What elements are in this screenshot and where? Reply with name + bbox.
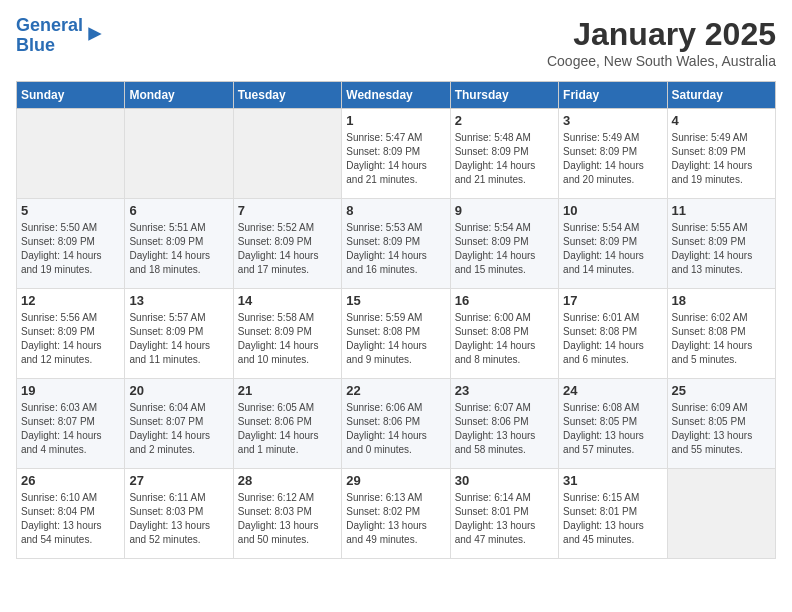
day-info: Sunrise: 6:08 AM Sunset: 8:05 PM Dayligh… [563, 401, 662, 457]
day-number: 19 [21, 383, 120, 398]
day-info: Sunrise: 6:09 AM Sunset: 8:05 PM Dayligh… [672, 401, 771, 457]
day-info: Sunrise: 5:52 AM Sunset: 8:09 PM Dayligh… [238, 221, 337, 277]
calendar-header: SundayMondayTuesdayWednesdayThursdayFrid… [17, 82, 776, 109]
day-info: Sunrise: 5:48 AM Sunset: 8:09 PM Dayligh… [455, 131, 554, 187]
day-number: 1 [346, 113, 445, 128]
day-info: Sunrise: 6:02 AM Sunset: 8:08 PM Dayligh… [672, 311, 771, 367]
day-info: Sunrise: 5:49 AM Sunset: 8:09 PM Dayligh… [672, 131, 771, 187]
day-info: Sunrise: 6:00 AM Sunset: 8:08 PM Dayligh… [455, 311, 554, 367]
calendar-week-2: 5Sunrise: 5:50 AM Sunset: 8:09 PM Daylig… [17, 199, 776, 289]
weekday-header-friday: Friday [559, 82, 667, 109]
calendar-cell: 1Sunrise: 5:47 AM Sunset: 8:09 PM Daylig… [342, 109, 450, 199]
day-number: 12 [21, 293, 120, 308]
calendar-cell [233, 109, 341, 199]
day-number: 17 [563, 293, 662, 308]
day-number: 4 [672, 113, 771, 128]
day-info: Sunrise: 5:57 AM Sunset: 8:09 PM Dayligh… [129, 311, 228, 367]
day-number: 23 [455, 383, 554, 398]
day-info: Sunrise: 6:05 AM Sunset: 8:06 PM Dayligh… [238, 401, 337, 457]
calendar-cell [17, 109, 125, 199]
calendar-cell: 24Sunrise: 6:08 AM Sunset: 8:05 PM Dayli… [559, 379, 667, 469]
day-info: Sunrise: 5:58 AM Sunset: 8:09 PM Dayligh… [238, 311, 337, 367]
logo-text: General Blue [16, 16, 83, 56]
calendar-cell: 20Sunrise: 6:04 AM Sunset: 8:07 PM Dayli… [125, 379, 233, 469]
day-info: Sunrise: 5:53 AM Sunset: 8:09 PM Dayligh… [346, 221, 445, 277]
day-info: Sunrise: 6:11 AM Sunset: 8:03 PM Dayligh… [129, 491, 228, 547]
day-info: Sunrise: 6:06 AM Sunset: 8:06 PM Dayligh… [346, 401, 445, 457]
day-number: 18 [672, 293, 771, 308]
calendar-cell: 4Sunrise: 5:49 AM Sunset: 8:09 PM Daylig… [667, 109, 775, 199]
calendar-cell: 16Sunrise: 6:00 AM Sunset: 8:08 PM Dayli… [450, 289, 558, 379]
calendar-cell: 29Sunrise: 6:13 AM Sunset: 8:02 PM Dayli… [342, 469, 450, 559]
weekday-header-thursday: Thursday [450, 82, 558, 109]
day-info: Sunrise: 5:55 AM Sunset: 8:09 PM Dayligh… [672, 221, 771, 277]
calendar-cell: 19Sunrise: 6:03 AM Sunset: 8:07 PM Dayli… [17, 379, 125, 469]
day-info: Sunrise: 6:10 AM Sunset: 8:04 PM Dayligh… [21, 491, 120, 547]
calendar-cell: 13Sunrise: 5:57 AM Sunset: 8:09 PM Dayli… [125, 289, 233, 379]
calendar-cell: 14Sunrise: 5:58 AM Sunset: 8:09 PM Dayli… [233, 289, 341, 379]
day-number: 15 [346, 293, 445, 308]
calendar-cell: 7Sunrise: 5:52 AM Sunset: 8:09 PM Daylig… [233, 199, 341, 289]
calendar-cell: 5Sunrise: 5:50 AM Sunset: 8:09 PM Daylig… [17, 199, 125, 289]
calendar-table: SundayMondayTuesdayWednesdayThursdayFrid… [16, 81, 776, 559]
calendar-cell: 18Sunrise: 6:02 AM Sunset: 8:08 PM Dayli… [667, 289, 775, 379]
day-number: 31 [563, 473, 662, 488]
weekday-header-saturday: Saturday [667, 82, 775, 109]
calendar-week-1: 1Sunrise: 5:47 AM Sunset: 8:09 PM Daylig… [17, 109, 776, 199]
day-number: 11 [672, 203, 771, 218]
calendar-week-3: 12Sunrise: 5:56 AM Sunset: 8:09 PM Dayli… [17, 289, 776, 379]
day-number: 25 [672, 383, 771, 398]
weekday-header-tuesday: Tuesday [233, 82, 341, 109]
calendar-cell: 21Sunrise: 6:05 AM Sunset: 8:06 PM Dayli… [233, 379, 341, 469]
day-number: 30 [455, 473, 554, 488]
day-info: Sunrise: 6:04 AM Sunset: 8:07 PM Dayligh… [129, 401, 228, 457]
day-info: Sunrise: 5:50 AM Sunset: 8:09 PM Dayligh… [21, 221, 120, 277]
calendar-cell: 25Sunrise: 6:09 AM Sunset: 8:05 PM Dayli… [667, 379, 775, 469]
page-header: General Blue January 2025 Coogee, New So… [16, 16, 776, 69]
day-number: 14 [238, 293, 337, 308]
day-number: 2 [455, 113, 554, 128]
day-number: 3 [563, 113, 662, 128]
calendar-cell: 10Sunrise: 5:54 AM Sunset: 8:09 PM Dayli… [559, 199, 667, 289]
day-info: Sunrise: 6:13 AM Sunset: 8:02 PM Dayligh… [346, 491, 445, 547]
day-info: Sunrise: 5:51 AM Sunset: 8:09 PM Dayligh… [129, 221, 228, 277]
day-number: 21 [238, 383, 337, 398]
calendar-body: 1Sunrise: 5:47 AM Sunset: 8:09 PM Daylig… [17, 109, 776, 559]
calendar-title: January 2025 [547, 16, 776, 53]
day-number: 24 [563, 383, 662, 398]
day-info: Sunrise: 5:54 AM Sunset: 8:09 PM Dayligh… [563, 221, 662, 277]
day-info: Sunrise: 5:47 AM Sunset: 8:09 PM Dayligh… [346, 131, 445, 187]
calendar-week-4: 19Sunrise: 6:03 AM Sunset: 8:07 PM Dayli… [17, 379, 776, 469]
day-number: 29 [346, 473, 445, 488]
weekday-row: SundayMondayTuesdayWednesdayThursdayFrid… [17, 82, 776, 109]
day-number: 22 [346, 383, 445, 398]
calendar-cell: 9Sunrise: 5:54 AM Sunset: 8:09 PM Daylig… [450, 199, 558, 289]
day-info: Sunrise: 6:14 AM Sunset: 8:01 PM Dayligh… [455, 491, 554, 547]
calendar-cell: 12Sunrise: 5:56 AM Sunset: 8:09 PM Dayli… [17, 289, 125, 379]
calendar-cell: 27Sunrise: 6:11 AM Sunset: 8:03 PM Dayli… [125, 469, 233, 559]
logo-icon [85, 24, 105, 44]
day-number: 28 [238, 473, 337, 488]
calendar-cell [667, 469, 775, 559]
day-number: 13 [129, 293, 228, 308]
calendar-cell: 26Sunrise: 6:10 AM Sunset: 8:04 PM Dayli… [17, 469, 125, 559]
calendar-cell: 8Sunrise: 5:53 AM Sunset: 8:09 PM Daylig… [342, 199, 450, 289]
day-info: Sunrise: 6:01 AM Sunset: 8:08 PM Dayligh… [563, 311, 662, 367]
calendar-cell: 31Sunrise: 6:15 AM Sunset: 8:01 PM Dayli… [559, 469, 667, 559]
day-info: Sunrise: 5:59 AM Sunset: 8:08 PM Dayligh… [346, 311, 445, 367]
day-number: 5 [21, 203, 120, 218]
calendar-cell: 30Sunrise: 6:14 AM Sunset: 8:01 PM Dayli… [450, 469, 558, 559]
day-info: Sunrise: 6:15 AM Sunset: 8:01 PM Dayligh… [563, 491, 662, 547]
day-info: Sunrise: 5:54 AM Sunset: 8:09 PM Dayligh… [455, 221, 554, 277]
weekday-header-sunday: Sunday [17, 82, 125, 109]
day-number: 16 [455, 293, 554, 308]
day-number: 26 [21, 473, 120, 488]
day-info: Sunrise: 5:56 AM Sunset: 8:09 PM Dayligh… [21, 311, 120, 367]
day-number: 20 [129, 383, 228, 398]
logo: General Blue [16, 16, 105, 56]
svg-marker-0 [88, 27, 101, 40]
calendar-week-5: 26Sunrise: 6:10 AM Sunset: 8:04 PM Dayli… [17, 469, 776, 559]
calendar-subtitle: Coogee, New South Wales, Australia [547, 53, 776, 69]
day-number: 6 [129, 203, 228, 218]
day-info: Sunrise: 6:03 AM Sunset: 8:07 PM Dayligh… [21, 401, 120, 457]
